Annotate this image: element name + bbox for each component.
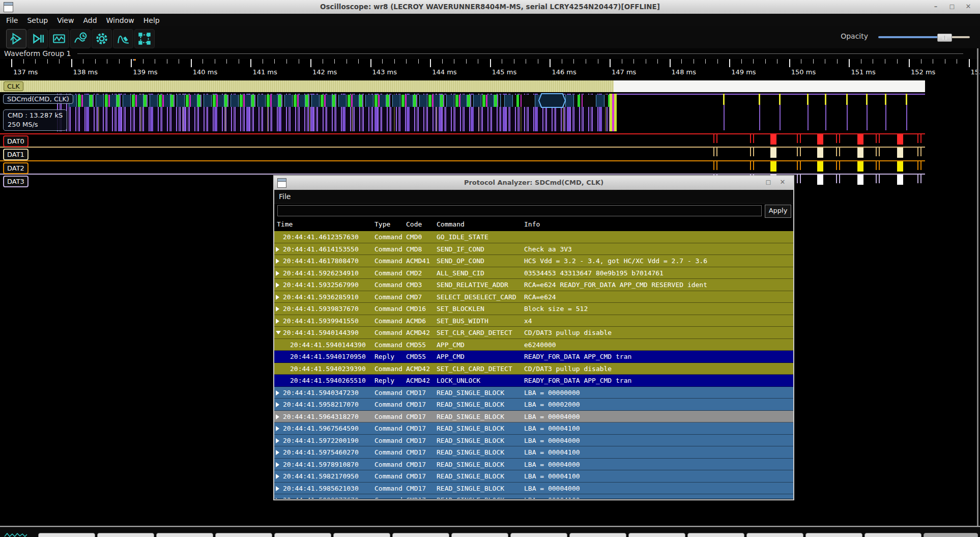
table-row[interactable]: 20:44:41.5940144390CommandACMD42SET_CLR_… [274,327,793,339]
taskbar-tab[interactable] [392,533,449,537]
expand-arrow[interactable] [276,271,279,276]
taskbar-tab[interactable] [864,533,921,537]
ruler-minor-tick [274,59,275,64]
table-row[interactable]: 20:44:41.5988877670CommandCMD17READ_SING… [274,494,793,499]
expand-arrow[interactable] [276,414,279,419]
vertical-scrollbar[interactable] [977,48,978,526]
table-row[interactable]: 20:44:41.5940170950ReplyCMD55APP_CMDREAD… [274,351,793,363]
taskbar-tab[interactable] [687,533,744,537]
close-button[interactable]: ✕ [962,2,975,12]
expand-arrow[interactable] [276,402,279,407]
menu-item-file[interactable]: File [2,14,22,26]
minimize-button[interactable]: – [929,2,942,12]
measure-button[interactable] [113,29,133,48]
taskbar-tab[interactable] [156,533,213,537]
menu-item-view[interactable]: View [52,14,78,26]
cell-command: READ_SINGLE_BLOCK [437,435,504,446]
table-row[interactable]: 20:44:41.5936285910CommandCMD7SELECT_DES… [274,291,793,303]
expand-arrow[interactable] [276,259,279,264]
taskbar-tab[interactable] [38,533,95,537]
cell-command: APP_CMD [437,339,465,351]
table-row[interactable]: 20:44:41.5940265510ReplyACMD42LOCK_UNLOC… [274,375,793,387]
table-row[interactable]: 20:44:41.5975460270CommandCMD17READ_SING… [274,446,793,459]
table-row[interactable]: 20:44:41.5972200190CommandCMD17READ_SING… [274,435,793,447]
taskbar-tab-active[interactable] [924,533,978,537]
table-row[interactable]: 20:44:41.5978910870CommandCMD17READ_SING… [274,459,793,471]
table-row[interactable]: 20:44:41.4614153550CommandCMD8SEND_IF_CO… [274,243,793,256]
display-settings-button[interactable] [49,29,69,48]
table-row[interactable]: 20:44:41.5926234910CommandCMD2ALL_SEND_C… [274,267,793,279]
expand-arrow[interactable] [276,295,279,300]
expand-arrow[interactable] [276,282,279,288]
channel-label-dat0[interactable]: DAT0 [3,135,28,147]
protocol-titlebar[interactable]: Protocol Analyzer: SDCmd(CMD, CLK) ◻ ✕ [274,176,793,190]
table-row[interactable]: 20:44:41.5940144390CommandCMD55APP_CMDe6… [274,339,793,351]
expand-arrow[interactable] [276,498,279,499]
channel-label-dat3[interactable]: DAT3 [3,176,28,187]
expand-arrow[interactable] [276,450,279,455]
protocol-close-button[interactable]: ✕ [776,178,789,187]
menu-item-setup[interactable]: Setup [22,14,52,26]
single-acquisition-button[interactable] [27,29,48,48]
taskbar-tab[interactable] [746,533,803,537]
table-row[interactable]: 20:44:41.5940347230CommandCMD17READ_SING… [274,387,793,399]
expand-arrow[interactable] [276,438,279,443]
opacity-slider[interactable] [878,33,970,41]
table-row[interactable]: 20:44:41.5967564590CommandCMD17READ_SING… [274,422,793,435]
apply-button[interactable]: Apply [765,205,791,218]
filter-input[interactable] [277,205,762,216]
run-button[interactable] [6,29,26,48]
cell-code: CMD17 [406,446,426,458]
menu-item-help[interactable]: Help [139,14,164,26]
taskbar-tab[interactable] [805,533,862,537]
table-row[interactable]: 20:44:41.4617808470CommandACMD41SEND_OP_… [274,255,793,267]
taskbar-tab[interactable] [333,533,390,537]
cell-command: SELECT_DESELECT_CARD [437,291,516,303]
maximize-button[interactable]: ◻ [945,2,959,12]
expand-arrow[interactable] [276,426,279,431]
expand-arrow[interactable] [276,319,279,324]
history-button[interactable] [70,29,91,48]
channel-label-dat1[interactable]: DAT1 [3,149,28,160]
expand-arrow[interactable] [276,474,279,479]
acquisition-settings-button[interactable] [92,29,112,48]
expand-arrow[interactable] [276,247,279,252]
menu-item-add[interactable]: Add [78,14,101,26]
expand-arrow[interactable] [276,462,279,467]
table-row[interactable]: 20:44:41.4612357630CommandCMD0GO_IDLE_ST… [274,231,793,243]
taskbar-tab[interactable] [274,533,331,537]
ruler-minor-tick [777,59,777,64]
taskbar-tab[interactable] [628,533,685,537]
protocol-menu-item-file[interactable]: File [274,190,295,202]
slider-handle[interactable] [937,34,952,42]
taskbar-tab[interactable] [569,533,626,537]
table-row[interactable]: 20:44:41.5958217070CommandCMD17READ_SING… [274,399,793,411]
ruler-minor-tick [861,59,861,64]
menu-item-window[interactable]: Window [102,14,139,26]
expand-arrow[interactable] [276,486,279,491]
selected-annotation-hexagon[interactable] [538,93,566,108]
expand-arrow[interactable] [276,331,281,334]
table-row[interactable]: 20:44:41.5985621030CommandCMD17READ_SING… [274,483,793,495]
taskbar-tab[interactable] [215,533,272,537]
main-titlebar[interactable]: Oscilloscope: wr8 (LECROY WAVERUNNER8404… [0,0,980,14]
taskbar-tab[interactable] [97,533,154,537]
channel-label-clk[interactable]: CLK [4,81,23,91]
table-row[interactable]: 20:44:41.5940239390CommandACMD42SET_CLR_… [274,363,793,375]
channel-label-dat2[interactable]: DAT2 [3,162,28,174]
table-row[interactable]: 20:44:41.5982170950CommandCMD17READ_SING… [274,470,793,483]
taskbar-tab[interactable] [510,533,567,537]
table-row[interactable]: 20:44:41.5964318270CommandCMD17READ_SING… [274,411,793,423]
table-row[interactable]: 20:44:41.5939837670CommandCMD16SET_BLOCK… [274,303,793,315]
channel-label-sdcmd[interactable]: SDCmd(CMD, CLK) [3,94,73,104]
table-row[interactable]: 20:44:41.5939941550CommandACMD6SET_BUS_W… [274,315,793,327]
timeline-ruler[interactable]: 137 ms138 ms139 ms140 ms141 ms142 ms143 … [0,59,980,80]
expand-arrow[interactable] [276,306,279,312]
expand-arrow[interactable] [276,390,279,395]
table-row[interactable]: 20:44:41.5932567990CommandCMD3SEND_RELAT… [274,279,793,291]
trigger-marker[interactable] [133,59,136,61]
zoom-fit-button[interactable] [134,29,155,48]
taskbar-tab[interactable] [451,533,508,537]
protocol-maximize-button[interactable]: ◻ [762,178,775,187]
cell-code: CMD17 [406,470,426,482]
